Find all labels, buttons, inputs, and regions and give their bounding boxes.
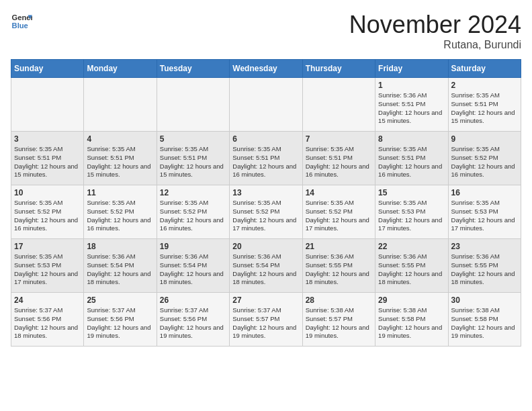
calendar-cell [302,78,375,132]
calendar-week-2: 3Sunrise: 5:35 AM Sunset: 5:51 PM Daylig… [11,132,521,185]
day-info: Sunrise: 5:36 AM Sunset: 5:54 PM Dayligh… [160,253,226,287]
day-info: Sunrise: 5:36 AM Sunset: 5:55 PM Dayligh… [378,253,445,287]
calendar-table: SundayMondayTuesdayWednesdayThursdayFrid… [11,59,521,347]
calendar-cell: 13Sunrise: 5:35 AM Sunset: 5:52 PM Dayli… [230,185,302,239]
day-number: 7 [306,134,372,144]
calendar-cell: 1Sunrise: 5:36 AM Sunset: 5:51 PM Daylig… [375,78,448,132]
day-number: 14 [306,188,372,197]
day-info: Sunrise: 5:35 AM Sunset: 5:53 PM Dayligh… [378,199,445,233]
day-number: 10 [14,188,81,197]
calendar-cell [11,78,84,132]
calendar-cell: 14Sunrise: 5:35 AM Sunset: 5:52 PM Dayli… [302,185,375,239]
day-number: 17 [14,242,81,251]
day-number: 21 [306,242,372,251]
calendar-week-3: 10Sunrise: 5:35 AM Sunset: 5:52 PM Dayli… [11,185,521,239]
day-info: Sunrise: 5:36 AM Sunset: 5:51 PM Dayligh… [378,91,445,126]
day-info: Sunrise: 5:36 AM Sunset: 5:54 PM Dayligh… [232,253,299,287]
calendar-cell: 6Sunrise: 5:35 AM Sunset: 5:51 PM Daylig… [230,132,302,185]
day-number: 12 [160,188,226,197]
day-number: 9 [451,134,518,144]
svg-text:General: General [12,13,32,21]
calendar-cell: 28Sunrise: 5:38 AM Sunset: 5:57 PM Dayli… [302,293,375,347]
day-info: Sunrise: 5:35 AM Sunset: 5:51 PM Dayligh… [451,91,518,126]
day-info: Sunrise: 5:35 AM Sunset: 5:52 PM Dayligh… [451,145,518,179]
weekday-header-monday: Monday [84,60,157,78]
day-info: Sunrise: 5:35 AM Sunset: 5:52 PM Dayligh… [87,199,153,233]
calendar-cell: 12Sunrise: 5:35 AM Sunset: 5:52 PM Dayli… [157,185,229,239]
calendar-cell: 25Sunrise: 5:37 AM Sunset: 5:56 PM Dayli… [84,293,157,347]
weekday-header-sunday: Sunday [11,60,84,78]
day-number: 6 [232,134,299,144]
day-info: Sunrise: 5:35 AM Sunset: 5:53 PM Dayligh… [14,253,81,287]
day-number: 19 [160,242,226,251]
day-number: 8 [378,134,445,144]
calendar-cell: 20Sunrise: 5:36 AM Sunset: 5:54 PM Dayli… [230,239,302,293]
day-info: Sunrise: 5:35 AM Sunset: 5:51 PM Dayligh… [87,145,153,179]
day-info: Sunrise: 5:35 AM Sunset: 5:51 PM Dayligh… [306,145,372,179]
calendar-cell [230,78,302,132]
day-number: 29 [378,295,445,305]
day-info: Sunrise: 5:37 AM Sunset: 5:57 PM Dayligh… [232,306,299,340]
calendar-body: 1Sunrise: 5:36 AM Sunset: 5:51 PM Daylig… [11,78,521,347]
day-number: 13 [232,188,299,197]
calendar-cell: 27Sunrise: 5:37 AM Sunset: 5:57 PM Dayli… [230,293,302,347]
day-number: 23 [451,242,518,251]
day-info: Sunrise: 5:37 AM Sunset: 5:56 PM Dayligh… [87,306,153,340]
day-info: Sunrise: 5:35 AM Sunset: 5:51 PM Dayligh… [232,145,299,179]
day-info: Sunrise: 5:35 AM Sunset: 5:52 PM Dayligh… [14,199,81,233]
day-info: Sunrise: 5:36 AM Sunset: 5:54 PM Dayligh… [87,253,153,287]
day-info: Sunrise: 5:35 AM Sunset: 5:51 PM Dayligh… [378,145,445,179]
calendar-cell: 11Sunrise: 5:35 AM Sunset: 5:52 PM Dayli… [84,185,157,239]
day-info: Sunrise: 5:36 AM Sunset: 5:55 PM Dayligh… [306,253,372,287]
logo: General Blue [11,11,35,32]
day-info: Sunrise: 5:35 AM Sunset: 5:52 PM Dayligh… [306,199,372,233]
day-number: 22 [378,242,445,251]
day-number: 2 [451,81,518,90]
page-header: General Blue November 2024 Rutana, Burun… [11,11,521,51]
day-info: Sunrise: 5:35 AM Sunset: 5:52 PM Dayligh… [160,199,226,233]
calendar-week-5: 24Sunrise: 5:37 AM Sunset: 5:56 PM Dayli… [11,293,521,347]
calendar-cell: 30Sunrise: 5:38 AM Sunset: 5:58 PM Dayli… [448,293,521,347]
day-number: 27 [232,295,299,305]
calendar-cell: 24Sunrise: 5:37 AM Sunset: 5:56 PM Dayli… [11,293,84,347]
calendar-cell: 7Sunrise: 5:35 AM Sunset: 5:51 PM Daylig… [302,132,375,185]
day-info: Sunrise: 5:38 AM Sunset: 5:57 PM Dayligh… [306,306,372,340]
month-title: November 2024 [349,11,521,39]
calendar-cell: 18Sunrise: 5:36 AM Sunset: 5:54 PM Dayli… [84,239,157,293]
day-info: Sunrise: 5:37 AM Sunset: 5:56 PM Dayligh… [14,306,81,340]
day-number: 1 [378,81,445,90]
calendar-cell: 5Sunrise: 5:35 AM Sunset: 5:51 PM Daylig… [157,132,229,185]
calendar-cell: 4Sunrise: 5:35 AM Sunset: 5:51 PM Daylig… [84,132,157,185]
day-info: Sunrise: 5:35 AM Sunset: 5:51 PM Dayligh… [14,145,81,179]
day-number: 16 [451,188,518,197]
day-number: 3 [14,134,81,144]
day-number: 15 [378,188,445,197]
day-number: 11 [87,188,153,197]
location: Rutana, Burundi [349,39,521,51]
day-number: 28 [306,295,372,305]
day-info: Sunrise: 5:35 AM Sunset: 5:51 PM Dayligh… [160,145,226,179]
svg-text:Blue: Blue [12,21,28,30]
day-number: 25 [87,295,153,305]
day-info: Sunrise: 5:38 AM Sunset: 5:58 PM Dayligh… [378,306,445,340]
calendar-cell: 15Sunrise: 5:35 AM Sunset: 5:53 PM Dayli… [375,185,448,239]
calendar-cell: 17Sunrise: 5:35 AM Sunset: 5:53 PM Dayli… [11,239,84,293]
weekday-header-tuesday: Tuesday [157,60,229,78]
day-info: Sunrise: 5:37 AM Sunset: 5:56 PM Dayligh… [160,306,226,340]
calendar-cell: 21Sunrise: 5:36 AM Sunset: 5:55 PM Dayli… [302,239,375,293]
calendar-week-4: 17Sunrise: 5:35 AM Sunset: 5:53 PM Dayli… [11,239,521,293]
day-number: 5 [160,134,226,144]
calendar-cell: 16Sunrise: 5:35 AM Sunset: 5:53 PM Dayli… [448,185,521,239]
calendar-week-1: 1Sunrise: 5:36 AM Sunset: 5:51 PM Daylig… [11,78,521,132]
weekday-header-thursday: Thursday [302,60,375,78]
weekday-row: SundayMondayTuesdayWednesdayThursdayFrid… [11,60,521,78]
day-number: 4 [87,134,153,144]
logo-icon: General Blue [11,11,32,32]
calendar-cell: 2Sunrise: 5:35 AM Sunset: 5:51 PM Daylig… [448,78,521,132]
calendar-cell [157,78,229,132]
day-info: Sunrise: 5:35 AM Sunset: 5:52 PM Dayligh… [232,199,299,233]
calendar-cell: 19Sunrise: 5:36 AM Sunset: 5:54 PM Dayli… [157,239,229,293]
day-info: Sunrise: 5:36 AM Sunset: 5:55 PM Dayligh… [451,253,518,287]
day-number: 18 [87,242,153,251]
calendar-cell: 3Sunrise: 5:35 AM Sunset: 5:51 PM Daylig… [11,132,84,185]
